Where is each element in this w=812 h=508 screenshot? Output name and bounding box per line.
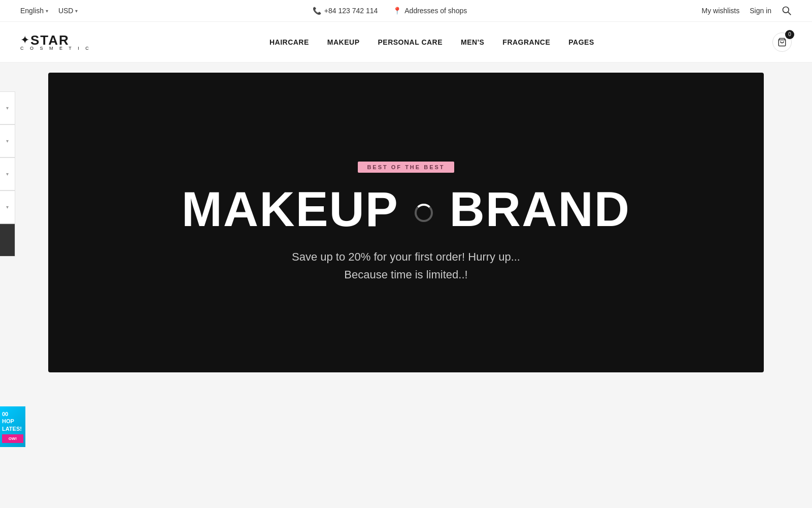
panel-item-1[interactable]: ▾ — [0, 91, 15, 124]
star-icon: ✦ — [20, 34, 29, 47]
panel-item-3[interactable]: ▾ — [0, 157, 15, 190]
currency-chevron: ▾ — [75, 8, 78, 14]
nav-mens[interactable]: MEN'S — [461, 38, 484, 46]
left-panel: ▾ ▾ ▾ ▾ — [0, 91, 15, 257]
phone-info: 📞 +84 123 742 114 — [313, 7, 378, 15]
logo-name: STAR — [30, 34, 70, 47]
hero-spinner — [415, 204, 433, 222]
promo-button[interactable]: OW! — [2, 434, 23, 443]
logo[interactable]: ✦ STAR C O S M E T I C — [20, 34, 91, 51]
hero-subtitle-line2: Because time is limited..! — [182, 266, 630, 283]
language-selector[interactable]: English ▾ — [20, 7, 48, 15]
search-icon[interactable] — [782, 6, 792, 16]
logo-sub: C O S M E T I C — [20, 46, 91, 51]
hero-badge: BEST OF THE BEST — [358, 162, 454, 173]
language-label: English — [20, 7, 44, 15]
nav-pages[interactable]: PAGES — [568, 38, 594, 46]
panel-item-dark[interactable] — [0, 224, 15, 257]
nav-personal-care[interactable]: PERSONAL CARE — [378, 38, 443, 46]
hero-content: BEST OF THE BEST MAKEUP BRAND Save up to… — [182, 162, 630, 283]
cart-count: 0 — [785, 30, 794, 39]
svg-point-0 — [783, 7, 789, 13]
hero-subtitle: Save up to 20% for your first order! Hur… — [182, 248, 630, 283]
address-info[interactable]: 📍 Addresses of shops — [393, 7, 467, 15]
cart-icon — [777, 38, 787, 47]
language-chevron: ▾ — [46, 8, 48, 14]
panel-item-2[interactable]: ▾ — [0, 124, 15, 157]
hero-title-part1: MAKEUP — [182, 182, 398, 236]
panel-item-4[interactable]: ▾ — [0, 190, 15, 224]
phone-number: +84 123 742 114 — [324, 7, 378, 15]
currency-selector[interactable]: USD ▾ — [58, 7, 78, 15]
promo-widget: 00HOPLATES! OW! — [0, 406, 25, 447]
header: ✦ STAR C O S M E T I C HAIRCARE MAKEUP P… — [0, 22, 812, 62]
hero-title: MAKEUP BRAND — [182, 185, 630, 234]
phone-icon: 📞 — [313, 7, 321, 15]
wishlist-link[interactable]: My wishlists — [702, 7, 740, 15]
hero-subtitle-line1: Save up to 20% for your first order! Hur… — [182, 248, 630, 266]
hero-section: BEST OF THE BEST MAKEUP BRAND Save up to… — [48, 73, 764, 372]
nav-makeup[interactable]: MAKEUP — [327, 38, 360, 46]
nav-fragrance[interactable]: FRAGRANCE — [502, 38, 550, 46]
svg-line-1 — [788, 12, 791, 15]
currency-label: USD — [58, 7, 74, 15]
main-nav: HAIRCARE MAKEUP PERSONAL CARE MEN'S FRAG… — [269, 38, 594, 46]
signin-link[interactable]: Sign in — [750, 7, 771, 15]
top-bar-left: English ▾ USD ▾ — [20, 7, 78, 15]
hero-title-part2: BRAND — [449, 182, 630, 236]
nav-haircare[interactable]: HAIRCARE — [269, 38, 309, 46]
top-bar-right: My wishlists Sign in — [702, 6, 792, 16]
address-icon: 📍 — [393, 7, 401, 15]
top-bar: English ▾ USD ▾ 📞 +84 123 742 114 📍 Addr… — [0, 0, 812, 22]
header-right: 0 — [772, 33, 792, 52]
promo-text: 00HOPLATES! — [2, 410, 23, 432]
address-label: Addresses of shops — [404, 7, 467, 15]
top-bar-center: 📞 +84 123 742 114 📍 Addresses of shops — [313, 7, 467, 15]
cart-button[interactable]: 0 — [772, 33, 792, 52]
